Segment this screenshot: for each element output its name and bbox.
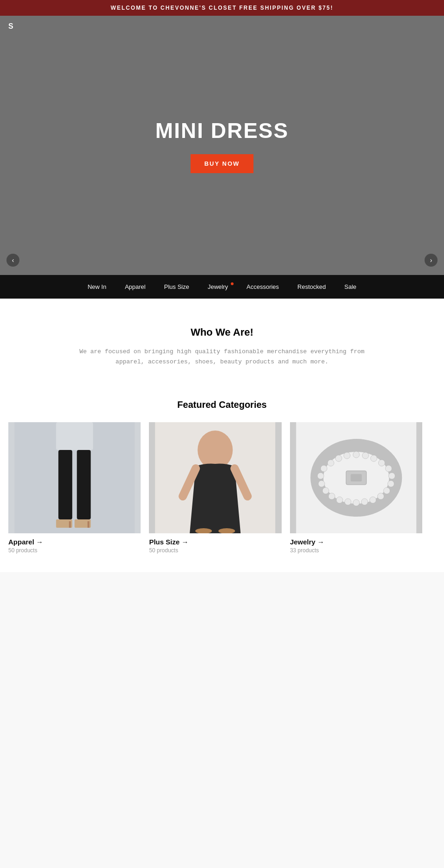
svg-point-30 (361, 499, 368, 505)
buy-now-button[interactable]: BUY NOW (191, 154, 254, 173)
svg-point-29 (370, 497, 376, 503)
svg-rect-7 (87, 521, 89, 528)
hero-content: MINI DRESS BUY NOW (155, 118, 289, 173)
hero-logo: S (8, 22, 13, 31)
svg-point-35 (322, 487, 329, 494)
hero-prev-arrow[interactable]: ‹ (6, 254, 19, 267)
svg-point-32 (345, 499, 351, 505)
category-card-apparel[interactable]: Apparel → 50 products (8, 422, 141, 554)
category-count-plus-size: 50 products (149, 547, 281, 554)
nav-item-accessories[interactable]: Accessories (237, 281, 288, 292)
category-image-apparel (8, 422, 141, 533)
lower-section (0, 572, 444, 868)
nav-item-new-in[interactable]: New In (78, 281, 115, 292)
svg-point-33 (336, 497, 343, 503)
nav-item-plus-size[interactable]: Plus Size (155, 281, 198, 292)
svg-rect-2 (58, 450, 72, 519)
hero-section: S MINI DRESS BUY NOW ‹ › (0, 16, 444, 275)
svg-point-22 (370, 455, 377, 462)
svg-point-37 (317, 473, 324, 479)
category-image-jewelry (290, 422, 422, 533)
svg-rect-1 (56, 422, 93, 450)
svg-point-16 (321, 465, 327, 472)
svg-point-23 (378, 460, 385, 466)
category-name-plus-size: Plus Size → (149, 538, 281, 546)
svg-point-21 (362, 452, 369, 459)
svg-point-28 (377, 493, 384, 500)
svg-point-18 (335, 455, 342, 462)
svg-rect-6 (69, 521, 71, 528)
announcement-bar: WELCOME TO CHEVONNE'S CLOSET FREE SHIPPI… (0, 0, 444, 16)
nav-item-restocked[interactable]: Restocked (288, 281, 335, 292)
hero-title: MINI DRESS (155, 118, 289, 143)
category-image-plus-size (149, 422, 281, 533)
svg-point-24 (385, 465, 392, 472)
svg-point-27 (383, 487, 390, 494)
svg-point-25 (388, 473, 395, 479)
category-count-apparel: 50 products (8, 547, 141, 554)
featured-heading: Featured Categories (6, 400, 438, 410)
nav-item-apparel[interactable]: Apparel (116, 281, 155, 292)
main-nav: New In Apparel Plus Size Jewelry Accesso… (0, 275, 444, 299)
who-we-are-body: We are focused on bringing high quality … (65, 347, 379, 367)
announcement-text: WELCOME TO CHEVONNE'S CLOSET FREE SHIPPI… (111, 5, 333, 11)
svg-point-17 (327, 460, 334, 466)
category-card-jewelry[interactable]: Jewelry → 33 products (290, 422, 422, 554)
svg-point-31 (353, 500, 359, 506)
who-we-are-section: Who We Are! We are focused on bringing h… (0, 299, 444, 390)
category-count-jewelry: 33 products (290, 547, 422, 554)
who-we-are-heading: Who We Are! (65, 326, 379, 338)
svg-point-20 (353, 451, 359, 458)
nav-item-jewelry[interactable]: Jewelry (198, 281, 237, 292)
featured-categories-section: Featured Categories (0, 390, 444, 572)
category-name-jewelry: Jewelry → (290, 538, 422, 546)
category-name-apparel: Apparel → (8, 538, 141, 546)
category-card-plus-size[interactable]: Plus Size → 50 products (149, 422, 281, 554)
category-grid: Apparel → 50 products (6, 422, 438, 554)
hero-next-arrow[interactable]: › (425, 254, 438, 267)
svg-point-9 (198, 431, 233, 469)
svg-point-19 (344, 452, 350, 459)
svg-point-34 (328, 493, 335, 500)
svg-point-26 (388, 481, 394, 487)
svg-rect-3 (77, 450, 91, 519)
nav-item-sale[interactable]: Sale (335, 281, 366, 292)
svg-rect-39 (351, 474, 362, 481)
svg-point-36 (318, 481, 325, 487)
